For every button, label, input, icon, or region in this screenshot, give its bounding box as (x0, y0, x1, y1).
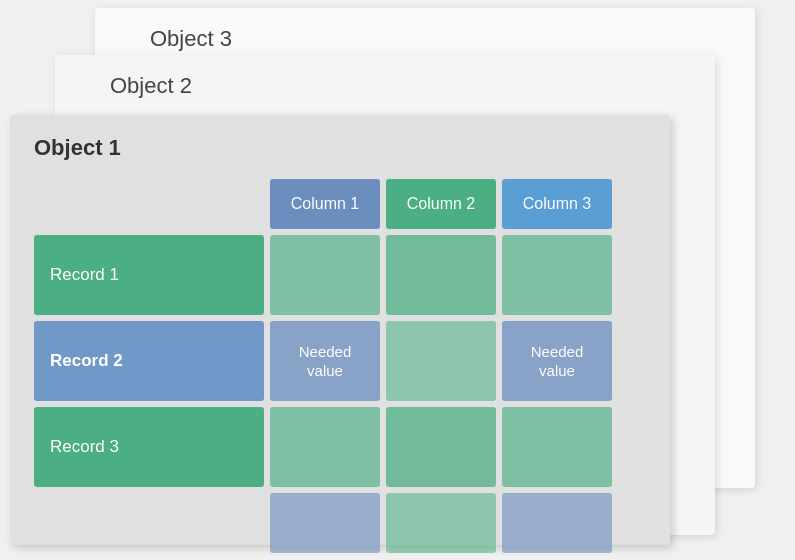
record2-label: Record 2 (34, 321, 264, 401)
column3-header: Column 3 (502, 179, 612, 229)
record4-col1-cell (270, 493, 380, 553)
table-grid: Column 1 Column 2 Column 3 Record 1 Reco… (34, 179, 646, 553)
record1-col1-cell (270, 235, 380, 315)
record1-col3-cell (502, 235, 612, 315)
record2-col3-cell: Neededvalue (502, 321, 612, 401)
record1-col2-cell (386, 235, 496, 315)
object2-title: Object 2 (110, 73, 192, 99)
record3-col1-cell (270, 407, 380, 487)
record4-col3-cell (502, 493, 612, 553)
record4-label-empty (34, 493, 264, 553)
column2-header: Column 2 (386, 179, 496, 229)
object3-title: Object 3 (150, 26, 232, 52)
record1-label: Record 1 (34, 235, 264, 315)
record3-col2-cell (386, 407, 496, 487)
object1-title: Object 1 (34, 135, 646, 161)
record3-label: Record 3 (34, 407, 264, 487)
column1-header: Column 1 (270, 179, 380, 229)
record2-col2-cell (386, 321, 496, 401)
card-object1: Object 1 Column 1 Column 2 Column 3 Reco… (10, 115, 670, 545)
record3-col3-cell (502, 407, 612, 487)
record4-col2-cell (386, 493, 496, 553)
record2-col1-cell: Neededvalue (270, 321, 380, 401)
header-empty (34, 179, 264, 229)
data-table: Column 1 Column 2 Column 3 Record 1 Reco… (34, 179, 646, 553)
